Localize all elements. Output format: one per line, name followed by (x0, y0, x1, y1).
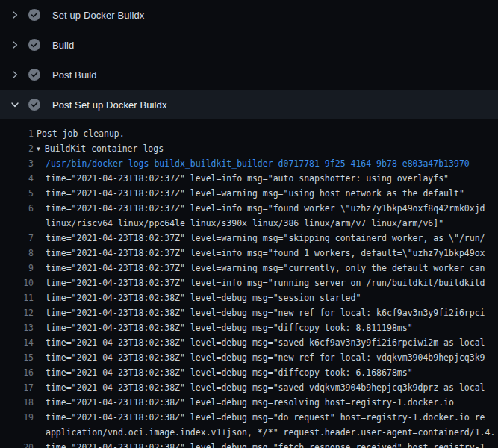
log-line-text: time="2021-04-23T18:02:38Z" level=debug … (46, 365, 413, 380)
log-line-number[interactable]: 10 (0, 276, 34, 290)
log-row: 18 time="2021-04-23T18:02:38Z" level=deb… (0, 395, 498, 410)
log-line-number[interactable]: 18 (0, 395, 34, 410)
log-line-number[interactable]: 7 (0, 231, 34, 246)
log-group-toggle[interactable]: ▼BuildKit container logs (37, 141, 164, 156)
log-line-text: time="2021-04-23T18:02:37Z" level=info m… (46, 171, 449, 186)
log-row: linux/riscv64 linux/ppc64le linux/s390x … (0, 216, 498, 231)
log-row: 8 time="2021-04-23T18:02:37Z" level=info… (0, 246, 498, 261)
log-line-text: linux/riscv64 linux/ppc64le linux/s390x … (46, 216, 443, 231)
check-circle-icon (28, 69, 40, 81)
check-circle-icon (28, 39, 40, 51)
log-row: 13 time="2021-04-23T18:02:38Z" level=deb… (0, 320, 498, 335)
log-line-text: time="2021-04-23T18:02:37Z" level=warnin… (46, 186, 464, 201)
log-line-number[interactable]: 2 (0, 141, 34, 156)
log-line-text: time="2021-04-23T18:02:38Z" level=debug … (46, 335, 485, 350)
log-row: 12 time="2021-04-23T18:02:38Z" level=deb… (0, 305, 498, 320)
log-line-number[interactable]: 16 (0, 365, 34, 380)
log-line-text: time="2021-04-23T18:02:38Z" level=debug … (46, 305, 485, 320)
log-row: 7 time="2021-04-23T18:02:37Z" level=warn… (0, 231, 498, 246)
log-line-number[interactable]: 5 (0, 186, 34, 201)
steps-list: Set up Docker Buildx Build (0, 0, 498, 119)
log-panel: 1 Post job cleanup. 2 ▼BuildKit containe… (0, 119, 498, 448)
log-line-text: application/vnd.oci.image.index.v1+json,… (46, 425, 495, 440)
log-row: 20 time="2021-04-23T18:02:38Z" level=deb… (0, 440, 498, 448)
log-row: application/vnd.oci.image.index.v1+json,… (0, 425, 498, 440)
log-line-number[interactable]: 1 (0, 126, 34, 141)
log-line-number[interactable]: 11 (0, 290, 34, 305)
actions-log-viewer: Set up Docker Buildx Build (0, 0, 498, 448)
log-line-number[interactable]: 3 (0, 156, 34, 171)
step-label: Build (52, 40, 74, 51)
step-label: Post Build (52, 69, 97, 81)
chevron-right-icon (10, 70, 19, 79)
log-line-text: time="2021-04-23T18:02:38Z" level=debug … (46, 410, 485, 425)
log-line-number[interactable]: 19 (0, 410, 34, 425)
log-row: 3 /usr/bin/docker logs buildx_buildkit_b… (0, 156, 498, 171)
log-line-number (0, 216, 34, 231)
log-row: 6 time="2021-04-23T18:02:37Z" level=info… (0, 201, 498, 216)
log-row: 1 Post job cleanup. (0, 126, 498, 141)
log-line-text: time="2021-04-23T18:02:37Z" level=info m… (46, 201, 485, 216)
log-line-number[interactable]: 4 (0, 171, 34, 186)
log-line-number[interactable]: 12 (0, 305, 34, 320)
log-line-text: time="2021-04-23T18:02:37Z" level=warnin… (46, 261, 485, 276)
step-row-post-set-up-docker-buildx[interactable]: Post Set up Docker Buildx (0, 90, 498, 119)
check-circle-icon (28, 9, 40, 21)
log-line-text: /usr/bin/docker logs buildx_buildkit_bui… (46, 156, 470, 171)
log-row: 16 time="2021-04-23T18:02:38Z" level=deb… (0, 365, 498, 380)
check-circle-icon (28, 99, 40, 111)
log-row: 15 time="2021-04-23T18:02:38Z" level=deb… (0, 350, 498, 365)
step-label: Set up Docker Buildx (52, 10, 144, 21)
log-line-text: time="2021-04-23T18:02:38Z" level=debug … (46, 440, 485, 448)
log-line-text: time="2021-04-23T18:02:37Z" level=warnin… (46, 231, 485, 246)
chevron-down-icon (10, 100, 19, 109)
log-line-number[interactable]: 6 (0, 201, 34, 216)
log-line-number[interactable]: 15 (0, 350, 34, 365)
log-row: 4 time="2021-04-23T18:02:37Z" level=info… (0, 171, 498, 186)
log-row: 19 time="2021-04-23T18:02:38Z" level=deb… (0, 410, 498, 425)
chevron-right-icon (10, 10, 19, 19)
log-line-number[interactable]: 13 (0, 320, 34, 335)
log-line-number[interactable]: 14 (0, 335, 34, 350)
log-line-text: Post job cleanup. (37, 126, 125, 141)
log-line-text: time="2021-04-23T18:02:37Z" level=info m… (46, 246, 485, 261)
log-row: 17 time="2021-04-23T18:02:38Z" level=deb… (0, 380, 498, 395)
step-row-build[interactable]: Build (0, 30, 498, 60)
log-line-number[interactable]: 8 (0, 246, 34, 261)
step-row-set-up-docker-buildx[interactable]: Set up Docker Buildx (0, 0, 498, 30)
log-line-text: time="2021-04-23T18:02:38Z" level=debug … (46, 395, 454, 410)
step-label: Post Set up Docker Buildx (52, 99, 167, 111)
step-row-post-build[interactable]: Post Build (0, 60, 498, 90)
log-line-text: time="2021-04-23T18:02:38Z" level=debug … (46, 380, 485, 395)
log-row: 14 time="2021-04-23T18:02:38Z" level=deb… (0, 335, 498, 350)
log-line-text: time="2021-04-23T18:02:38Z" level=debug … (46, 320, 413, 335)
log-row: 9 time="2021-04-23T18:02:37Z" level=warn… (0, 261, 498, 276)
log-line-number[interactable]: 9 (0, 261, 34, 276)
log-line-text: time="2021-04-23T18:02:38Z" level=debug … (46, 290, 361, 305)
log-line-text: time="2021-04-23T18:02:38Z" level=debug … (46, 350, 485, 365)
log-row: 11 time="2021-04-23T18:02:38Z" level=deb… (0, 290, 498, 305)
log-line-number (0, 425, 34, 440)
chevron-right-icon (10, 40, 19, 49)
group-collapse-caret-icon: ▼ (37, 146, 40, 152)
log-row: 2 ▼BuildKit container logs (0, 141, 498, 156)
log-line-text: time="2021-04-23T18:02:37Z" level=info m… (46, 276, 485, 290)
log-row: 10 time="2021-04-23T18:02:37Z" level=inf… (0, 276, 498, 290)
log-line-number[interactable]: 17 (0, 380, 34, 395)
log-line-number[interactable]: 20 (0, 440, 34, 448)
log-row: 5 time="2021-04-23T18:02:37Z" level=warn… (0, 186, 498, 201)
